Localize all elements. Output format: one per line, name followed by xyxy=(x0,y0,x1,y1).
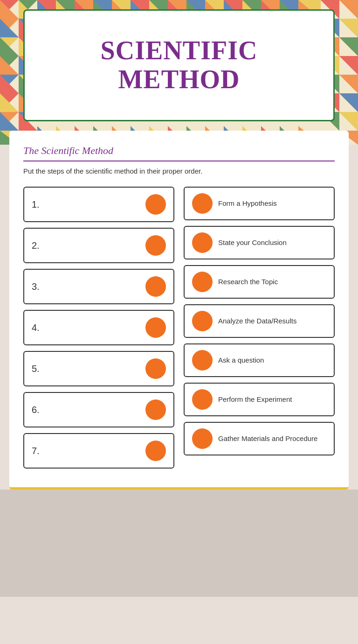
bottom-area xyxy=(0,490,358,597)
right-column: Form a Hypothesis State your Conclusion … xyxy=(184,187,335,455)
answer-text-4: Analyze the Data/Results xyxy=(218,316,296,326)
orange-circle-6 xyxy=(145,399,166,420)
answer-circle-7 xyxy=(192,428,213,449)
orange-circle-1 xyxy=(145,194,166,215)
answer-text-7: Gather Materials and Procedure xyxy=(218,434,317,443)
number-box-5[interactable]: 5. xyxy=(23,351,174,386)
orange-circle-3 xyxy=(145,276,166,297)
main-title: SCIENTIFIC METHOD xyxy=(101,36,258,94)
answer-circle-3 xyxy=(192,272,213,292)
number-box-4[interactable]: 4. xyxy=(23,310,174,345)
answer-box-4[interactable]: Analyze the Data/Results xyxy=(184,304,335,338)
number-box-1[interactable]: 1. xyxy=(23,187,174,222)
answer-box-2[interactable]: State your Conclusion xyxy=(184,226,335,259)
number-box-6[interactable]: 6. xyxy=(23,392,174,427)
orange-circle-4 xyxy=(145,317,166,338)
number-label-1: 1. xyxy=(32,199,40,210)
title-card: SCIENTIFIC METHOD xyxy=(23,9,335,121)
answer-circle-4 xyxy=(192,311,213,331)
section-title: The Scientific Method xyxy=(23,145,335,161)
answer-box-1[interactable]: Form a Hypothesis xyxy=(184,187,335,220)
number-label-2: 2. xyxy=(32,240,40,251)
matching-container: 1. 2. 3. 4. 5. 6. xyxy=(23,187,335,469)
number-label-4: 4. xyxy=(32,322,40,333)
answer-text-5: Ask a question xyxy=(218,356,264,365)
number-box-3[interactable]: 3. xyxy=(23,269,174,304)
number-label-7: 7. xyxy=(32,446,40,456)
left-column: 1. 2. 3. 4. 5. 6. xyxy=(23,187,174,469)
answer-circle-6 xyxy=(192,389,213,410)
answer-text-3: Research the Topic xyxy=(218,277,278,287)
orange-circle-7 xyxy=(145,441,166,461)
orange-circle-2 xyxy=(145,235,166,256)
answer-text-2: State your Conclusion xyxy=(218,238,287,247)
number-label-3: 3. xyxy=(32,281,40,292)
answer-text-1: Form a Hypothesis xyxy=(218,199,277,208)
number-box-7[interactable]: 7. xyxy=(23,433,174,469)
number-box-2[interactable]: 2. xyxy=(23,228,174,263)
orange-circle-5 xyxy=(145,358,166,379)
answer-circle-5 xyxy=(192,350,213,371)
answer-box-6[interactable]: Perform the Experiment xyxy=(184,383,335,416)
answer-box-7[interactable]: Gather Materials and Procedure xyxy=(184,422,335,455)
answer-circle-1 xyxy=(192,193,213,214)
instructions-text: Put the steps of the scientific method i… xyxy=(23,167,335,175)
number-label-5: 5. xyxy=(32,364,40,374)
answer-text-6: Perform the Experiment xyxy=(218,395,292,404)
main-content-card: The Scientific Method Put the steps of t… xyxy=(9,131,349,490)
answer-box-5[interactable]: Ask a question xyxy=(184,343,335,377)
answer-box-3[interactable]: Research the Topic xyxy=(184,265,335,299)
answer-circle-2 xyxy=(192,232,213,253)
number-label-6: 6. xyxy=(32,405,40,415)
